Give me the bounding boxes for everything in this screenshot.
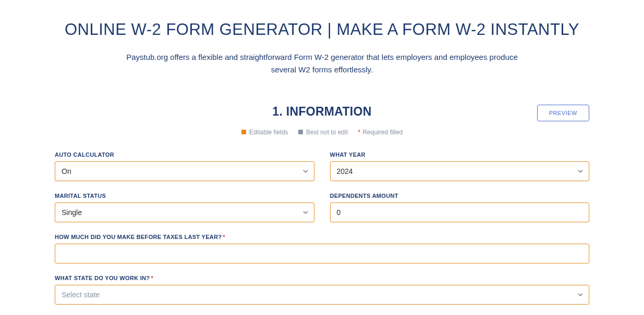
asterisk-icon: * [223,234,225,240]
state-placeholder: Select state [62,291,100,299]
chevron-down-icon [577,168,584,174]
auto-calculator-label: AUTO CALCULATOR [55,152,314,158]
dependents-field: DEPENDENTS AMOUNT 0 [330,193,590,222]
auto-calculator-value: On [62,167,71,175]
dependents-label: DEPENDENTS AMOUNT [330,193,590,199]
legend-row: Editable fields Best not to edit * Requi… [55,128,589,136]
legend-best-not-label: Best not to edit [306,129,348,136]
asterisk-icon: * [358,128,360,136]
auto-calculator-select[interactable]: On [55,161,314,181]
dependents-input[interactable]: 0 [330,203,590,222]
chevron-down-icon [302,168,309,174]
chevron-down-icon [577,292,584,298]
state-label: WHAT STATE DO YOU WORK IN?* [55,275,589,281]
year-label: WHAT YEAR [330,152,590,158]
income-field: HOW MUCH DID YOU MAKE BEFORE TAXES LAST … [55,234,589,263]
legend-best-not: Best not to edit [298,129,348,136]
income-label: HOW MUCH DID YOU MAKE BEFORE TAXES LAST … [55,234,589,240]
legend-editable-label: Editable fields [249,129,288,136]
state-label-text: WHAT STATE DO YOU WORK IN? [55,275,150,281]
marital-status-label: MARITAL STATUS [55,193,314,199]
section-title: 1. INFORMATION [55,105,589,119]
square-icon [298,130,303,134]
state-select[interactable]: Select state [55,285,589,305]
auto-calculator-field: AUTO CALCULATOR On [55,152,314,181]
legend-editable: Editable fields [241,129,288,136]
income-input[interactable] [55,244,589,263]
marital-status-field: MARITAL STATUS Single [55,193,314,222]
state-field: WHAT STATE DO YOU WORK IN?* Select state [55,275,589,305]
marital-status-value: Single [62,208,82,217]
marital-status-select[interactable]: Single [55,203,314,222]
year-value: 2024 [337,167,353,175]
income-label-text: HOW MUCH DID YOU MAKE BEFORE TAXES LAST … [55,234,222,240]
chevron-down-icon [302,209,309,216]
preview-button[interactable]: PREVIEW [537,105,589,121]
square-icon [241,130,246,134]
page-subtitle: Paystub.org offers a flexible and straig… [124,51,520,76]
year-select[interactable]: 2024 [330,161,590,181]
page-title: ONLINE W-2 FORM GENERATOR | MAKE A FORM … [55,18,589,41]
legend-required: * Required filled [358,128,403,136]
asterisk-icon: * [151,275,153,281]
legend-required-label: Required filled [362,129,403,136]
year-field: WHAT YEAR 2024 [330,152,590,181]
dependents-value: 0 [337,208,341,217]
